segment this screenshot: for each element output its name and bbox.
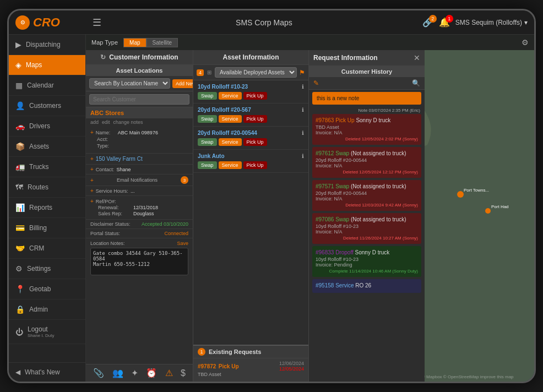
dollar-icon[interactable]: $: [181, 368, 186, 378]
sidebar-item-label: Geotab: [29, 285, 51, 293]
hist-truck-6: RO 26: [355, 282, 371, 288]
alert-badge[interactable]: 🔔 1: [439, 17, 450, 28]
sidebar-item-reports[interactable]: 📊 Reports: [9, 198, 85, 218]
history-scroll[interactable]: #97863 Pick Up Sonny D truck TBD Asset I…: [309, 114, 425, 382]
user-dropdown[interactable]: SMS Sequim (Rolloffs) ▾: [455, 19, 528, 26]
map-type-toggle: Map Satellite: [123, 38, 178, 47]
email-badge: 3: [181, 176, 188, 184]
edit-link[interactable]: edit: [102, 119, 110, 125]
email-row: + Email Notifications 3: [86, 175, 193, 186]
gear-icon[interactable]: ⚙: [522, 38, 529, 47]
sidebar-item-label: Customers: [29, 102, 61, 110]
map-type-map-button[interactable]: Map: [123, 38, 146, 47]
sidebar-item-crm[interactable]: 🤝 CRM: [9, 238, 85, 259]
email-plus-icon: +: [90, 177, 94, 183]
sidebar-item-assets[interactable]: 📦 Assets: [9, 137, 85, 157]
disclaimer-label: Disclaimer Status:: [90, 221, 131, 227]
search-icon[interactable]: 🔍: [412, 79, 420, 87]
asset-type-select[interactable]: Available Deployed Assets: [215, 67, 297, 78]
sales-value: Douglass: [133, 211, 154, 216]
paperclip-icon[interactable]: 📎: [93, 368, 104, 378]
customers-icon: 👤: [15, 101, 25, 110]
pickup-button-3[interactable]: Pick Up: [243, 138, 267, 146]
sidebar-item-trucks[interactable]: 🚛 Trucks: [9, 157, 85, 177]
pickup-button-1[interactable]: Pick Up: [243, 92, 267, 100]
type-row: Type:: [90, 143, 188, 149]
grid-icon: ⊞: [207, 69, 211, 75]
service-button-3[interactable]: Service: [219, 138, 242, 146]
service-button-4[interactable]: Service: [219, 161, 242, 169]
content-area: Port Towns... Port Had Map Type Map Sate…: [86, 35, 534, 382]
sidebar-item-drivers[interactable]: 🚗 Drivers: [9, 116, 85, 137]
customer-search-input[interactable]: [89, 94, 189, 105]
alert-circle-icon[interactable]: ⚠: [165, 368, 173, 378]
history-item-4: #97086 Swap (Not assigned to truck) 10yd…: [312, 213, 421, 244]
pickup-button-4[interactable]: Pick Up: [243, 161, 267, 169]
people-icon[interactable]: 👥: [112, 368, 123, 378]
sidebar-item-calendar[interactable]: ▦ Calendar: [9, 75, 85, 96]
refresh-icon[interactable]: ↻: [100, 53, 106, 61]
history-item-3: #97571 Swap (Not assigned to truck) 20yd…: [312, 180, 421, 211]
close-button[interactable]: ✕: [414, 53, 420, 62]
dispatching-icon: ▶: [15, 40, 21, 49]
asset-info-btn-2[interactable]: ℹ: [302, 107, 304, 113]
existing-badge: 1: [198, 348, 205, 356]
location-row[interactable]: + 150 Valley Farm Ct: [86, 154, 193, 165]
assets-icon: 📦: [15, 142, 25, 151]
add-new-button[interactable]: Add New: [172, 79, 193, 88]
asset-item-1: 10yd Rolloff #10-23 ℹ Swap Service Pick …: [193, 80, 308, 104]
hist-asset-2: 20yd Rolloff #20-00544: [316, 157, 418, 163]
sidebar-item-billing[interactable]: 💳 Billing: [9, 218, 85, 238]
sidebar-item-dispatching[interactable]: ▶ Dispatching: [9, 35, 85, 55]
hist-type-5: Dropoff: [335, 249, 355, 255]
hist-type-1: Pick Up: [335, 117, 356, 123]
sidebar-item-geotab[interactable]: 📍 Geotab: [9, 279, 85, 300]
pickup-button-2[interactable]: Pick Up: [243, 115, 267, 123]
swap-button-2[interactable]: Swap: [198, 115, 217, 123]
whats-new-button[interactable]: ◀ What's New: [9, 362, 85, 382]
map-type-satellite-button[interactable]: Satellite: [146, 38, 178, 47]
trucks-icon: 🚛: [15, 162, 25, 171]
mapbox-logo: © Mapbox © OpenStreetMap improve this ma…: [422, 374, 514, 379]
map-type-label: Map Type: [91, 39, 118, 46]
sidebar-item-maps[interactable]: ◈ Maps: [9, 55, 85, 75]
menu-button[interactable]: ☰: [93, 17, 101, 29]
asset-info-btn-3[interactable]: ℹ: [302, 130, 304, 136]
disclaimer-value: Accepted 03/10/2020: [142, 221, 188, 227]
nodes-icon[interactable]: ✦: [131, 368, 138, 378]
edit-icon[interactable]: ✎: [313, 79, 319, 87]
notification-badge[interactable]: 🔗 2: [422, 17, 433, 28]
sidebar-item-logout[interactable]: ⏻ Logout Shane I. Duty: [9, 320, 85, 344]
sidebar-item-routes[interactable]: 🗺 Routes: [9, 177, 85, 198]
customer-name: ABC Stores: [90, 110, 124, 116]
clock-icon[interactable]: ⏰: [146, 368, 157, 378]
svg-point-1: [457, 191, 464, 198]
hist-status-4: Deleted 11/26/2024 10:27 AM (Sonny): [316, 236, 418, 241]
reports-icon: 📊: [15, 203, 25, 212]
asset-panel-header: Asset Information: [193, 50, 308, 65]
hist-invoice-2: Invoice: N/A: [316, 163, 418, 168]
sidebar-item-settings[interactable]: ⚙ Settings: [9, 259, 85, 279]
add-link[interactable]: add: [90, 119, 99, 125]
swap-button-4[interactable]: Swap: [198, 161, 217, 169]
filter-icon[interactable]: ⚑: [299, 69, 305, 77]
top-right: 🔗 2 🔔 1 SMS Sequim (Rolloffs) ▾: [422, 17, 528, 28]
asset-info-btn-1[interactable]: ℹ: [302, 84, 304, 90]
service-button-1[interactable]: Service: [219, 92, 242, 100]
location-search-select[interactable]: Search By Location Name: [89, 78, 170, 89]
hist-type-4: Swap: [335, 216, 351, 222]
ref-section: + Ref/PO#: Renewal: 12/31/2018 Sales Rep…: [86, 196, 193, 220]
service-button-2[interactable]: Service: [219, 115, 242, 123]
notes-save-button[interactable]: Save: [177, 241, 188, 246]
swap-button-1[interactable]: Swap: [198, 92, 217, 100]
sidebar-item-admin[interactable]: 🔒 Admin: [9, 300, 85, 320]
sidebar-item-customers[interactable]: 👤 Customers: [9, 96, 85, 116]
name-value: ABC Main 098976: [118, 130, 158, 135]
customer-panel-header: ↻ Customer Information: [86, 50, 193, 65]
asset-info-btn-4[interactable]: ℹ: [302, 153, 304, 159]
asset-panel-title: Asset Information: [222, 53, 279, 61]
bottom-icons: 📎 👥 ✦ ⏰ ⚠ $: [86, 364, 193, 382]
note-meta: Note 03/07/2024 2:35 PM (Eric): [309, 107, 425, 114]
swap-button-3[interactable]: Swap: [198, 138, 217, 146]
notes-textarea[interactable]: [90, 248, 188, 275]
